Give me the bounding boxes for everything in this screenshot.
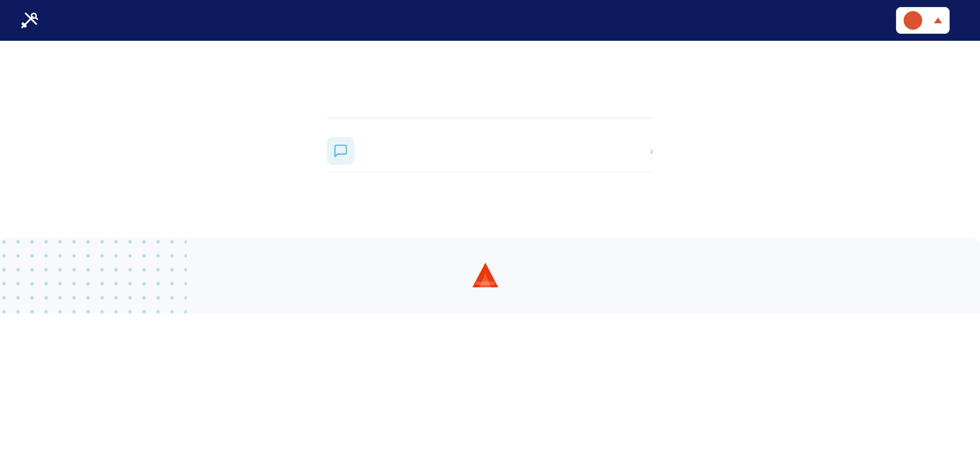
dot (142, 268, 146, 272)
dot (16, 268, 20, 272)
navbar (0, 0, 980, 41)
dot (170, 296, 174, 300)
navbar-left (19, 10, 49, 31)
logo-icon (19, 10, 40, 31)
dot (156, 282, 160, 286)
popular-pages-section: › (327, 111, 653, 191)
dot (142, 296, 146, 300)
dot (156, 268, 160, 272)
dot (44, 296, 48, 300)
dot (30, 296, 34, 300)
dot (16, 254, 20, 258)
dot (156, 296, 160, 300)
dot (142, 282, 146, 286)
dot (114, 310, 118, 314)
dot (30, 282, 34, 286)
dot (2, 254, 6, 258)
dot (16, 282, 20, 286)
dot (184, 240, 187, 244)
dot (72, 240, 76, 244)
dot (100, 310, 104, 314)
dot (114, 296, 118, 300)
dot (114, 254, 118, 258)
dot (100, 240, 104, 244)
dot (184, 282, 187, 286)
dot (156, 240, 160, 244)
dot (114, 268, 118, 272)
dot (86, 254, 90, 258)
chevron-right-icon: › (650, 145, 653, 157)
dot (86, 310, 90, 314)
dot-grid: // Generate dots via JS const grid = doc… (2, 240, 187, 314)
dot (128, 310, 132, 314)
navbar-right (896, 7, 961, 34)
dot (30, 310, 34, 314)
dot (44, 282, 48, 286)
dot (100, 254, 104, 258)
dot (2, 282, 6, 286)
dot (156, 254, 160, 258)
dot (58, 296, 62, 300)
dot (114, 282, 118, 286)
dot (72, 310, 76, 314)
product-hunt-logo (904, 11, 922, 30)
dots-background: // Generate dots via JS const grid = doc… (0, 238, 187, 314)
dot (44, 240, 48, 244)
dot (58, 268, 62, 272)
dot (128, 254, 132, 258)
dot (100, 268, 104, 272)
list-item[interactable]: › (327, 130, 653, 173)
dot (184, 254, 187, 258)
dot (30, 254, 34, 258)
dot (128, 296, 132, 300)
chat-icon (333, 143, 348, 159)
dot (184, 268, 187, 272)
footer-company (470, 261, 510, 291)
product-hunt-badge[interactable] (896, 7, 950, 34)
dot (58, 282, 62, 286)
dot (170, 254, 174, 258)
dot (44, 268, 48, 272)
dot (86, 296, 90, 300)
dot (30, 268, 34, 272)
dot (142, 240, 146, 244)
product-hunt-upvote (934, 17, 942, 23)
dot (100, 282, 104, 286)
page-info (364, 137, 640, 139)
dot (2, 296, 6, 300)
dot (2, 240, 6, 244)
dot (86, 240, 90, 244)
dot (72, 268, 76, 272)
dot (44, 310, 48, 314)
ae-studio-logo-icon (470, 261, 501, 291)
dot (114, 240, 118, 244)
dot (16, 296, 20, 300)
dot (44, 254, 48, 258)
dot (142, 254, 146, 258)
chat-icon-box (327, 137, 355, 165)
dot (72, 254, 76, 258)
dot (72, 296, 76, 300)
dot (170, 282, 174, 286)
dot (170, 310, 174, 314)
dot (128, 268, 132, 272)
dot (2, 310, 6, 314)
dot (128, 282, 132, 286)
dot (170, 268, 174, 272)
dot (184, 310, 187, 314)
dot (58, 240, 62, 244)
dot (16, 310, 20, 314)
dot (86, 282, 90, 286)
dot (30, 240, 34, 244)
svg-line-3 (36, 17, 37, 19)
upvote-triangle-icon (934, 17, 942, 23)
dot (58, 254, 62, 258)
main-content: › (0, 41, 980, 214)
dot (128, 240, 132, 244)
dot (58, 310, 62, 314)
dot (16, 240, 20, 244)
dot (184, 296, 187, 300)
dot (142, 310, 146, 314)
dot (170, 240, 174, 244)
dot (156, 310, 160, 314)
